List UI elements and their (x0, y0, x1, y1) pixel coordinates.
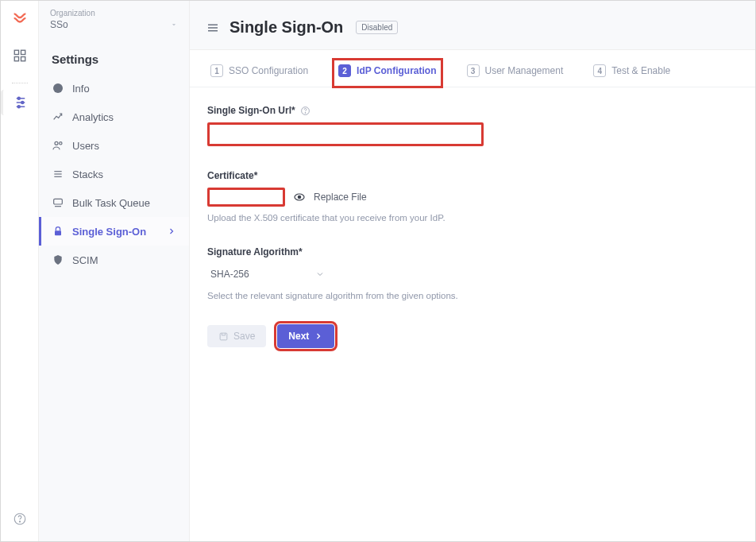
tab-label: SSO Configuration (229, 65, 308, 76)
org-selector[interactable]: Organization SSo (39, 1, 189, 35)
svg-point-9 (17, 106, 20, 108)
svg-rect-1 (21, 50, 25, 54)
lock-icon (52, 225, 64, 238)
next-label: Next (288, 331, 309, 342)
chevron-right-icon (167, 226, 176, 236)
sso-url-label: Single Sign-On Url* (207, 105, 295, 116)
chevron-down-icon (170, 21, 178, 29)
page-title: Single Sign-On (230, 18, 343, 37)
algorithm-value: SHA-256 (210, 269, 249, 280)
sidebar-item-label: SCIM (72, 254, 98, 266)
help-tooltip-icon[interactable] (300, 106, 310, 116)
step-number: 1 (210, 64, 223, 77)
certificate-label: Certificate* (207, 170, 257, 181)
svg-point-24 (305, 112, 306, 113)
sidebar-item-bulk-task-queue[interactable]: Bulk Task Queue (39, 188, 189, 217)
step-number: 4 (593, 64, 606, 77)
certificate-hint: Upload the X.509 certificate that you re… (207, 213, 738, 223)
certificate-file-input[interactable] (207, 188, 285, 207)
rail-divider (12, 83, 28, 83)
next-button[interactable]: Next (277, 324, 334, 348)
tab-label: User Management (485, 65, 564, 76)
svg-rect-0 (14, 50, 18, 54)
svg-point-11 (19, 521, 20, 522)
form-content: Single Sign-On Url* Certificate* Replace… (190, 87, 755, 366)
svg-point-12 (53, 83, 63, 93)
stacks-icon (52, 168, 64, 180)
sso-url-input[interactable] (207, 122, 484, 146)
settings-heading: Settings (39, 35, 189, 74)
sidebar-item-single-sign-on[interactable]: Single Sign-On (39, 217, 189, 246)
sidebar-item-stacks[interactable]: Stacks (39, 160, 189, 188)
algorithm-hint: Select the relevant signature algorithm … (207, 291, 738, 300)
settings-rail-icon[interactable] (1, 90, 38, 115)
svg-rect-27 (220, 333, 227, 340)
shield-icon (52, 254, 64, 266)
svg-rect-3 (21, 57, 25, 61)
status-badge: Disabled (356, 21, 398, 34)
settings-sidebar: Organization SSo Settings Info Analytics… (39, 1, 190, 541)
tab-user-management[interactable]: 3 User Management (462, 60, 569, 87)
left-rail (1, 1, 39, 541)
sidebar-item-label: Users (72, 140, 99, 152)
svg-point-7 (21, 102, 24, 104)
tab-test-enable[interactable]: 4 Test & Enable (588, 60, 675, 87)
org-label: Organization (50, 9, 178, 17)
svg-point-13 (55, 141, 58, 145)
svg-point-5 (17, 97, 20, 99)
sidebar-item-label: Bulk Task Queue (72, 197, 150, 209)
app-logo-icon (11, 9, 29, 43)
eye-icon[interactable] (293, 191, 306, 203)
settings-nav: Info Analytics Users Stacks Bulk Task Qu… (39, 74, 189, 274)
help-icon[interactable] (7, 506, 33, 532)
analytics-icon (52, 110, 64, 123)
step-number: 2 (338, 64, 351, 77)
chevron-right-icon (314, 331, 323, 341)
step-number: 3 (467, 64, 480, 77)
info-icon (52, 82, 64, 95)
save-button[interactable]: Save (207, 325, 266, 347)
org-value: SSo (50, 19, 68, 30)
sidebar-item-scim[interactable]: SCIM (39, 246, 189, 274)
svg-rect-19 (55, 230, 61, 235)
svg-rect-2 (14, 57, 18, 61)
svg-rect-18 (54, 199, 63, 204)
algorithm-select[interactable]: SHA-256 (207, 264, 328, 285)
tab-idp-configuration[interactable]: 2 IdP Configuration (334, 60, 441, 87)
sidebar-item-label: Stacks (72, 168, 103, 180)
dashboard-icon[interactable] (7, 43, 33, 68)
main-area: Single Sign-On Disabled 1 SSO Configurat… (190, 1, 755, 541)
sidebar-item-info[interactable]: Info (39, 74, 189, 103)
page-header: Single Sign-On Disabled (190, 1, 755, 50)
sidebar-item-label: Analytics (72, 111, 114, 123)
svg-point-26 (298, 196, 300, 198)
tab-label: Test & Enable (611, 65, 670, 76)
users-icon (52, 139, 64, 152)
replace-file-link[interactable]: Replace File (314, 192, 367, 203)
chevron-down-icon (315, 269, 325, 279)
svg-point-14 (60, 142, 62, 145)
algorithm-label: Signature Algorithm* (207, 246, 303, 257)
wizard-tabs: 1 SSO Configuration 2 IdP Configuration … (190, 50, 755, 87)
sidebar-item-users[interactable]: Users (39, 131, 189, 160)
save-label: Save (233, 331, 255, 342)
tab-sso-configuration[interactable]: 1 SSO Configuration (206, 60, 313, 87)
sidebar-item-analytics[interactable]: Analytics (39, 103, 189, 131)
queue-icon (52, 196, 64, 209)
tab-label: IdP Configuration (357, 65, 436, 76)
menu-icon[interactable] (206, 21, 220, 35)
sidebar-item-label: Info (72, 83, 90, 95)
save-icon (218, 331, 229, 342)
sidebar-item-label: Single Sign-On (72, 226, 146, 238)
